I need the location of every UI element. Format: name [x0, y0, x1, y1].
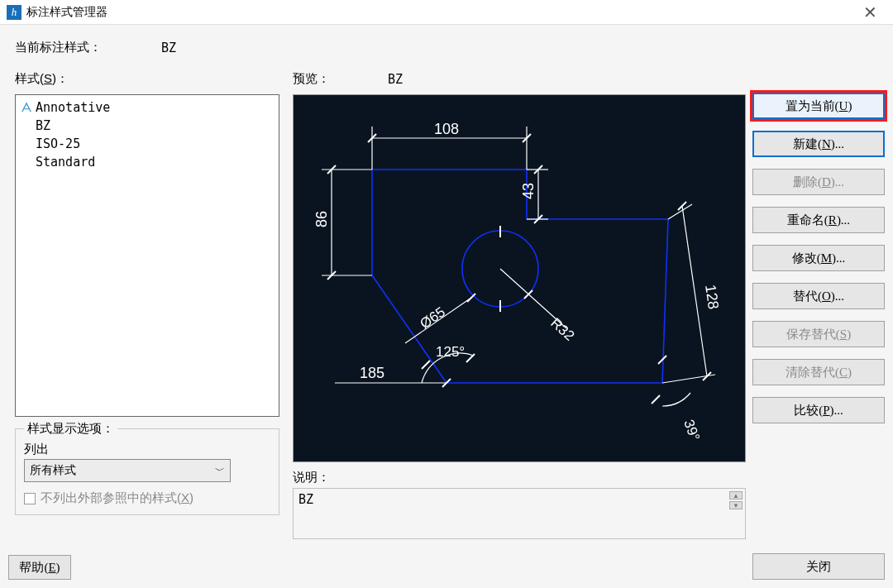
preview-style-name: BZ: [388, 72, 403, 87]
list-item[interactable]: ISO-25: [21, 135, 274, 153]
dim-text: 43: [520, 183, 537, 199]
spinner-down-icon[interactable]: ▼: [729, 501, 743, 509]
override-button[interactable]: 替代(O)...: [752, 283, 885, 309]
delete-button[interactable]: 删除(D)...: [752, 169, 885, 195]
svg-line-13: [662, 375, 715, 383]
list-item-label: ISO-25: [36, 135, 80, 153]
dim-text: 128: [702, 284, 722, 311]
styles-listbox[interactable]: Annotative BZ ISO-25 Standard: [15, 94, 279, 417]
styles-label: 样式(S)：: [15, 71, 69, 87]
description-label: 说明：: [293, 470, 330, 485]
chevron-down-icon: ﹀: [215, 464, 225, 478]
clear-override-button[interactable]: 清除替代(C): [752, 359, 885, 385]
new-button[interactable]: 新建(N)...: [752, 131, 885, 157]
dim-text: 185: [360, 365, 384, 381]
dim-text: 125°: [436, 344, 465, 360]
modify-button[interactable]: 修改(M)...: [752, 245, 885, 271]
preview-label: 预览：: [293, 71, 330, 87]
set-current-button[interactable]: 置为当前(U): [752, 93, 885, 119]
annotative-icon: [21, 102, 32, 113]
dim-text: 39°: [680, 418, 703, 443]
help-button[interactable]: 帮助(E): [8, 555, 71, 580]
compare-button[interactable]: 比较(P)...: [752, 397, 885, 423]
list-label: 列出: [24, 442, 270, 457]
display-options-legend: 样式显示选项：: [24, 421, 117, 437]
list-item-label: Annotative: [36, 98, 110, 117]
close-button[interactable]: 关闭: [752, 553, 885, 580]
spinner-up-icon[interactable]: ▲: [729, 491, 743, 500]
list-item-label: Standard: [36, 153, 95, 171]
svg-line-12: [668, 204, 692, 219]
save-override-button[interactable]: 保存替代(S): [752, 321, 885, 347]
list-item[interactable]: BZ: [21, 117, 274, 135]
list-item[interactable]: Standard: [21, 153, 274, 171]
list-filter-combobox[interactable]: 所有样式 ﹀: [24, 459, 231, 482]
list-item[interactable]: Annotative: [21, 98, 274, 117]
xref-checkbox-row[interactable]: 不列出外部参照中的样式(X): [24, 490, 270, 506]
description-text: BZ: [298, 492, 313, 507]
combo-value: 所有样式: [30, 463, 76, 478]
dim-text: Ø65: [418, 304, 448, 332]
current-style-label: 当前标注样式：: [15, 40, 102, 55]
window-title: 标注样式管理器: [26, 5, 853, 20]
rename-button[interactable]: 重命名(R)...: [752, 207, 885, 233]
preview-canvas: 108 86 43: [293, 94, 746, 462]
app-icon: h: [7, 5, 21, 20]
xref-checkbox-label: 不列出外部参照中的样式(X): [41, 490, 193, 506]
current-style-value: BZ: [161, 41, 176, 55]
dim-text: 86: [313, 211, 330, 227]
titlebar: h 标注样式管理器 ✕: [0, 0, 893, 25]
close-icon[interactable]: ✕: [853, 2, 886, 22]
description-box: BZ ▲ ▼: [293, 488, 746, 539]
list-item-label: BZ: [36, 117, 50, 135]
description-spinner[interactable]: ▲ ▼: [729, 491, 743, 509]
dimension-style-manager-window: h 标注样式管理器 ✕ 当前标注样式： BZ 样式(S)： 预览： BZ Ann…: [0, 0, 893, 588]
dim-text: 108: [434, 121, 459, 137]
dim-text: R32: [547, 315, 577, 344]
checkbox-icon: [24, 493, 36, 504]
display-options-group: 样式显示选项： 列出 所有样式 ﹀ 不列出外部参照中的样式(X): [15, 428, 279, 515]
